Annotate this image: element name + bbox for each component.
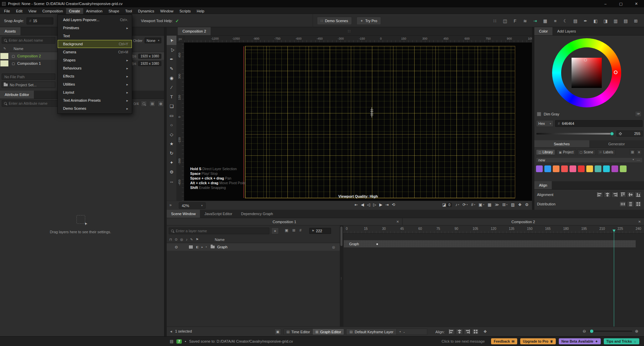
try-pro-button[interactable]: ✦ Try Pro	[357, 17, 381, 25]
flag-column-icon[interactable]: ⚑	[196, 238, 199, 241]
align-middle-v-button[interactable]	[627, 192, 634, 198]
polygon-tool[interactable]: ◇	[167, 130, 176, 139]
audio-button[interactable]: ♪▾	[455, 202, 459, 207]
create-menu-item-add-layers-popover[interactable]: Add Layers Popover...Ctrl+.	[58, 16, 132, 24]
color-swatch[interactable]	[561, 165, 568, 172]
messages-panel-icon[interactable]: ▤	[170, 339, 173, 344]
tips-and-tricks-button[interactable]: Tips and Tricks☼	[604, 338, 639, 344]
camera-tool[interactable]: ◉	[167, 73, 176, 83]
ellipse-tool[interactable]: ○	[167, 120, 176, 130]
expand-tools-icon[interactable]: »	[169, 203, 172, 207]
hue-ring-cursor[interactable]	[614, 70, 618, 74]
pencil-tool[interactable]: ✎	[167, 64, 176, 73]
viewport-settings-button[interactable]: ⚙	[525, 202, 529, 207]
create-menu-item-effects[interactable]: Effects▸	[58, 72, 132, 80]
tab-align[interactable]: Align	[534, 181, 552, 189]
go-to-end-button[interactable]: ⇥	[385, 202, 389, 207]
upgrade-to-pro-button[interactable]: Upgrade to Pro♕	[520, 338, 556, 344]
refresh-viewport-button[interactable]: ⟳▾	[463, 202, 468, 207]
menubar-item-create[interactable]: Create	[66, 8, 83, 14]
menubar-item-tool[interactable]: Tool	[122, 8, 135, 14]
render-queue-button[interactable]: ≫	[495, 202, 499, 207]
next-message-link[interactable]: Click to see next message	[442, 339, 485, 343]
timeline-ruler[interactable]: 0153045607590105120135150165180195210225…	[343, 226, 644, 234]
tab-composition-2[interactable]: Composition 2 ✕	[402, 218, 644, 226]
font-manager-icon[interactable]: F	[512, 18, 518, 23]
create-menu-item-primitives[interactable]: Primitives▸	[58, 24, 132, 32]
new-beta-available-button[interactable]: New Beta Available✦	[559, 338, 601, 344]
color-swatch[interactable]	[553, 165, 559, 172]
align-top-button[interactable]	[619, 192, 626, 198]
eyedropper-button[interactable]: ✑	[635, 111, 642, 117]
render-export-icon[interactable]: ⇥	[532, 18, 538, 23]
expand-icon[interactable]: ▸	[202, 245, 203, 249]
color-management-button[interactable]: ❖	[518, 202, 522, 207]
pen-column-icon[interactable]: ✎	[190, 238, 193, 241]
group-add-icon[interactable]: ⊞	[292, 228, 295, 233]
align-center-h-button[interactable]	[456, 329, 463, 335]
color-swatch[interactable]	[578, 165, 585, 172]
visibility-icon[interactable]: ⊙	[175, 245, 178, 249]
grid-view-button[interactable]: ⊞	[630, 149, 635, 155]
align-right-button[interactable]	[611, 192, 619, 198]
loop-button[interactable]: ⟲	[392, 202, 395, 207]
color-swatch[interactable]	[620, 165, 627, 172]
keyframe-filter-dropdown[interactable]: ▾ -	[396, 329, 427, 335]
color-swatch[interactable]	[611, 165, 618, 172]
menubar-item-help[interactable]: Help	[194, 8, 208, 14]
go-to-start-button[interactable]: ⇤	[355, 202, 358, 207]
menubar-item-shape[interactable]: Shape	[105, 8, 122, 14]
align-left-button[interactable]	[448, 329, 455, 335]
clear-search-button[interactable]: ⊗	[158, 101, 164, 107]
select-tool[interactable]: ➤	[167, 36, 176, 45]
visibility-column-icon[interactable]: ⊙	[175, 238, 177, 241]
list-view-button[interactable]: ≡	[636, 149, 642, 155]
previous-frame-button[interactable]: ◀	[361, 202, 364, 207]
distribute-grid-button[interactable]	[635, 201, 642, 207]
zoom-out-icon[interactable]: ⊖	[583, 329, 586, 334]
tab-assets[interactable]: Assets	[0, 27, 20, 35]
viewport-canvas[interactable]: Hold S Direct Layer SelectionSpace Play/…	[184, 43, 532, 201]
rectangle-tool[interactable]: ▭	[167, 111, 176, 120]
menubar-item-animation[interactable]: Animation	[83, 8, 106, 14]
create-menu-item-background[interactable]: BackgroundCtrl+Y	[58, 40, 132, 48]
pivot-button[interactable]: ❖	[483, 329, 487, 334]
snap-angle-input[interactable]: # 15	[26, 17, 53, 24]
align-center-h-button[interactable]	[604, 192, 611, 198]
current-frame-field[interactable]: ⚑ 222	[309, 228, 331, 234]
file-path-field[interactable]: No File Path	[2, 73, 55, 80]
checkerboard-icon[interactable]: ▦	[542, 18, 548, 23]
hex-value-field[interactable]: # 646464	[555, 120, 643, 127]
chevron-down-icon[interactable]: ▾	[633, 158, 634, 162]
dark-mode-icon[interactable]: ☾	[562, 18, 568, 23]
feedback-button[interactable]: Feedback✉	[491, 338, 517, 344]
create-menu-item-layout[interactable]: Layout▸	[58, 88, 132, 96]
zoom-in-icon[interactable]: ⊕	[635, 329, 638, 334]
keyframe-marker[interactable]	[376, 243, 378, 245]
close-button[interactable]: ✕	[629, 0, 644, 7]
menubar-item-dynamics[interactable]: Dynamics	[135, 8, 157, 14]
add-layer-button[interactable]: +	[271, 228, 279, 234]
search-settings-button[interactable]	[141, 101, 147, 107]
columns-icon[interactable]: ▥	[613, 18, 619, 23]
asset-search-input[interactable]	[9, 38, 53, 42]
link-icon[interactable]: ◎	[332, 245, 335, 249]
filter-icon[interactable]: #	[300, 228, 302, 233]
time-editor-button[interactable]: ▤ Time Editor	[283, 329, 313, 335]
pen-nib-icon[interactable]: ✒	[583, 18, 588, 23]
alpha-slider-handle[interactable]	[610, 132, 614, 136]
layout-grid-icon[interactable]: ∷	[492, 18, 498, 23]
timeline[interactable]: 0153045607590105120135150165180195210225…	[343, 226, 644, 327]
close-tab-icon[interactable]: ✕	[638, 220, 641, 224]
alpha-slider[interactable]	[536, 133, 613, 135]
layer-row-graph[interactable]: ⊙ ◧ ▸ • Graph ◎	[167, 243, 340, 251]
menubar-item-scripts[interactable]: Scripts	[176, 8, 194, 14]
order-dropdown[interactable]: None ▾	[145, 38, 161, 43]
align-right-button[interactable]	[464, 329, 471, 335]
subtab-generator[interactable]: Generator	[589, 140, 644, 147]
audio-column-icon[interactable]: ♪	[186, 238, 187, 241]
more-options-icon[interactable]: ⋯	[637, 158, 640, 162]
color-swatch[interactable]	[595, 165, 601, 172]
artboard-tool[interactable]: ❏	[167, 101, 176, 111]
menubar-item-window[interactable]: Window	[157, 8, 176, 14]
